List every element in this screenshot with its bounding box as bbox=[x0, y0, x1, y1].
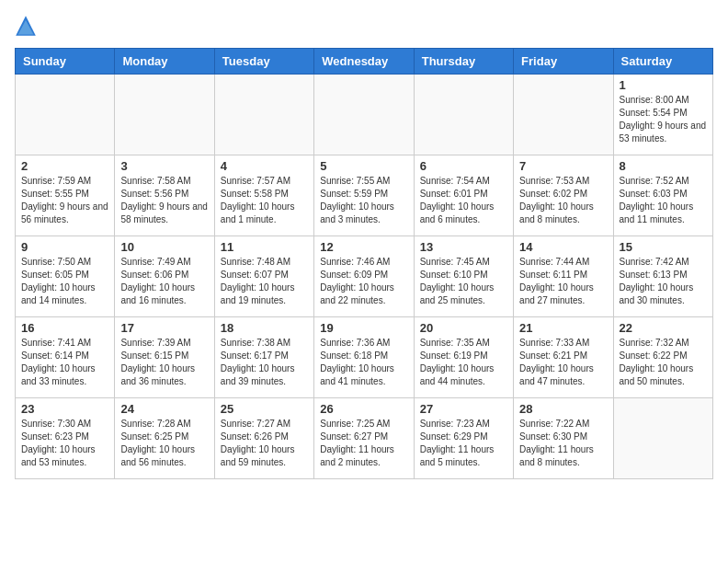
day-info: Sunrise: 7:38 AM Sunset: 6:17 PM Dayligh… bbox=[221, 337, 308, 388]
calendar-cell bbox=[613, 398, 712, 479]
calendar-cell: 19Sunrise: 7:36 AM Sunset: 6:18 PM Dayli… bbox=[314, 317, 414, 398]
day-number: 5 bbox=[320, 159, 407, 173]
calendar-week-row: 1Sunrise: 8:00 AM Sunset: 5:54 PM Daylig… bbox=[16, 75, 713, 155]
day-info: Sunrise: 7:25 AM Sunset: 6:27 PM Dayligh… bbox=[320, 418, 407, 469]
day-info: Sunrise: 7:41 AM Sunset: 6:14 PM Dayligh… bbox=[21, 337, 108, 388]
day-info: Sunrise: 8:00 AM Sunset: 5:54 PM Dayligh… bbox=[620, 94, 707, 145]
day-number: 19 bbox=[320, 321, 407, 335]
day-number: 4 bbox=[221, 159, 308, 173]
calendar-cell: 22Sunrise: 7:32 AM Sunset: 6:22 PM Dayli… bbox=[613, 317, 712, 398]
day-number: 14 bbox=[519, 240, 607, 254]
calendar-cell: 23Sunrise: 7:30 AM Sunset: 6:23 PM Dayli… bbox=[16, 398, 115, 479]
day-number: 16 bbox=[21, 321, 108, 335]
day-info: Sunrise: 7:52 AM Sunset: 6:03 PM Dayligh… bbox=[620, 175, 707, 226]
weekday-header: Sunday bbox=[16, 49, 115, 75]
day-info: Sunrise: 7:28 AM Sunset: 6:25 PM Dayligh… bbox=[120, 418, 208, 469]
weekday-header: Friday bbox=[514, 49, 613, 75]
calendar-cell bbox=[414, 75, 513, 155]
calendar-cell: 25Sunrise: 7:27 AM Sunset: 6:26 PM Dayli… bbox=[214, 398, 313, 479]
calendar-cell: 15Sunrise: 7:42 AM Sunset: 6:13 PM Dayli… bbox=[613, 236, 712, 317]
day-info: Sunrise: 7:44 AM Sunset: 6:11 PM Dayligh… bbox=[519, 256, 607, 307]
calendar-cell: 9Sunrise: 7:50 AM Sunset: 6:05 PM Daylig… bbox=[16, 236, 115, 317]
calendar-header-row: SundayMondayTuesdayWednesdayThursdayFrid… bbox=[16, 49, 713, 75]
calendar-cell bbox=[16, 75, 115, 155]
calendar-cell: 21Sunrise: 7:33 AM Sunset: 6:21 PM Dayli… bbox=[514, 317, 613, 398]
calendar-cell: 28Sunrise: 7:22 AM Sunset: 6:30 PM Dayli… bbox=[514, 398, 613, 479]
day-number: 18 bbox=[221, 321, 308, 335]
calendar-cell: 2Sunrise: 7:59 AM Sunset: 5:55 PM Daylig… bbox=[16, 155, 115, 236]
calendar-cell: 1Sunrise: 8:00 AM Sunset: 5:54 PM Daylig… bbox=[613, 75, 712, 155]
day-info: Sunrise: 7:39 AM Sunset: 6:15 PM Dayligh… bbox=[120, 337, 208, 388]
day-info: Sunrise: 7:36 AM Sunset: 6:18 PM Dayligh… bbox=[320, 337, 407, 388]
calendar-cell: 10Sunrise: 7:49 AM Sunset: 6:06 PM Dayli… bbox=[115, 236, 214, 317]
calendar-cell bbox=[115, 75, 214, 155]
day-info: Sunrise: 7:42 AM Sunset: 6:13 PM Dayligh… bbox=[620, 256, 707, 307]
weekday-header: Monday bbox=[115, 49, 214, 75]
calendar-cell: 5Sunrise: 7:55 AM Sunset: 5:59 PM Daylig… bbox=[314, 155, 414, 236]
calendar-cell: 3Sunrise: 7:58 AM Sunset: 5:56 PM Daylig… bbox=[115, 155, 214, 236]
day-number: 27 bbox=[420, 402, 507, 416]
calendar-table: SundayMondayTuesdayWednesdayThursdayFrid… bbox=[15, 48, 713, 479]
calendar-cell: 24Sunrise: 7:28 AM Sunset: 6:25 PM Dayli… bbox=[115, 398, 214, 479]
day-number: 2 bbox=[21, 159, 108, 173]
weekday-header: Wednesday bbox=[314, 49, 414, 75]
day-info: Sunrise: 7:23 AM Sunset: 6:29 PM Dayligh… bbox=[420, 418, 507, 469]
calendar-cell: 18Sunrise: 7:38 AM Sunset: 6:17 PM Dayli… bbox=[214, 317, 313, 398]
calendar-cell bbox=[214, 75, 313, 155]
calendar-cell bbox=[514, 75, 613, 155]
day-info: Sunrise: 7:46 AM Sunset: 6:09 PM Dayligh… bbox=[320, 256, 407, 307]
day-info: Sunrise: 7:22 AM Sunset: 6:30 PM Dayligh… bbox=[519, 418, 607, 469]
calendar-week-row: 2Sunrise: 7:59 AM Sunset: 5:55 PM Daylig… bbox=[16, 155, 713, 236]
day-number: 23 bbox=[21, 402, 108, 416]
day-info: Sunrise: 7:48 AM Sunset: 6:07 PM Dayligh… bbox=[221, 256, 308, 307]
day-number: 17 bbox=[120, 321, 208, 335]
calendar-cell: 4Sunrise: 7:57 AM Sunset: 5:58 PM Daylig… bbox=[214, 155, 313, 236]
page-header bbox=[15, 15, 713, 37]
calendar-cell: 26Sunrise: 7:25 AM Sunset: 6:27 PM Dayli… bbox=[314, 398, 414, 479]
calendar-cell: 27Sunrise: 7:23 AM Sunset: 6:29 PM Dayli… bbox=[414, 398, 513, 479]
day-number: 3 bbox=[120, 159, 208, 173]
day-number: 10 bbox=[120, 240, 208, 254]
day-number: 1 bbox=[620, 78, 707, 92]
logo-icon bbox=[15, 15, 37, 37]
day-info: Sunrise: 7:54 AM Sunset: 6:01 PM Dayligh… bbox=[420, 175, 507, 226]
day-info: Sunrise: 7:57 AM Sunset: 5:58 PM Dayligh… bbox=[221, 175, 308, 226]
day-info: Sunrise: 7:50 AM Sunset: 6:05 PM Dayligh… bbox=[21, 256, 108, 307]
day-number: 26 bbox=[320, 402, 407, 416]
day-number: 8 bbox=[620, 159, 707, 173]
calendar-cell: 7Sunrise: 7:53 AM Sunset: 6:02 PM Daylig… bbox=[514, 155, 613, 236]
day-info: Sunrise: 7:53 AM Sunset: 6:02 PM Dayligh… bbox=[519, 175, 607, 226]
calendar-week-row: 16Sunrise: 7:41 AM Sunset: 6:14 PM Dayli… bbox=[16, 317, 713, 398]
weekday-header: Thursday bbox=[414, 49, 513, 75]
day-number: 21 bbox=[519, 321, 607, 335]
day-info: Sunrise: 7:45 AM Sunset: 6:10 PM Dayligh… bbox=[420, 256, 507, 307]
calendar-cell: 16Sunrise: 7:41 AM Sunset: 6:14 PM Dayli… bbox=[16, 317, 115, 398]
calendar-cell: 6Sunrise: 7:54 AM Sunset: 6:01 PM Daylig… bbox=[414, 155, 513, 236]
calendar-cell: 11Sunrise: 7:48 AM Sunset: 6:07 PM Dayli… bbox=[214, 236, 313, 317]
day-number: 13 bbox=[420, 240, 507, 254]
weekday-header: Tuesday bbox=[214, 49, 313, 75]
day-number: 9 bbox=[21, 240, 108, 254]
day-info: Sunrise: 7:35 AM Sunset: 6:19 PM Dayligh… bbox=[420, 337, 507, 388]
day-info: Sunrise: 7:33 AM Sunset: 6:21 PM Dayligh… bbox=[519, 337, 607, 388]
day-info: Sunrise: 7:55 AM Sunset: 5:59 PM Dayligh… bbox=[320, 175, 407, 226]
logo bbox=[15, 15, 40, 37]
calendar-cell: 8Sunrise: 7:52 AM Sunset: 6:03 PM Daylig… bbox=[613, 155, 712, 236]
calendar-week-row: 9Sunrise: 7:50 AM Sunset: 6:05 PM Daylig… bbox=[16, 236, 713, 317]
day-number: 22 bbox=[620, 321, 707, 335]
day-info: Sunrise: 7:27 AM Sunset: 6:26 PM Dayligh… bbox=[221, 418, 308, 469]
day-number: 15 bbox=[620, 240, 707, 254]
day-number: 25 bbox=[221, 402, 308, 416]
day-number: 11 bbox=[221, 240, 308, 254]
day-number: 7 bbox=[519, 159, 607, 173]
calendar-cell bbox=[314, 75, 414, 155]
day-number: 20 bbox=[420, 321, 507, 335]
day-number: 6 bbox=[420, 159, 507, 173]
day-info: Sunrise: 7:30 AM Sunset: 6:23 PM Dayligh… bbox=[21, 418, 108, 469]
calendar-cell: 14Sunrise: 7:44 AM Sunset: 6:11 PM Dayli… bbox=[514, 236, 613, 317]
calendar-week-row: 23Sunrise: 7:30 AM Sunset: 6:23 PM Dayli… bbox=[16, 398, 713, 479]
day-info: Sunrise: 7:49 AM Sunset: 6:06 PM Dayligh… bbox=[120, 256, 208, 307]
calendar-cell: 20Sunrise: 7:35 AM Sunset: 6:19 PM Dayli… bbox=[414, 317, 513, 398]
weekday-header: Saturday bbox=[613, 49, 712, 75]
calendar-cell: 13Sunrise: 7:45 AM Sunset: 6:10 PM Dayli… bbox=[414, 236, 513, 317]
